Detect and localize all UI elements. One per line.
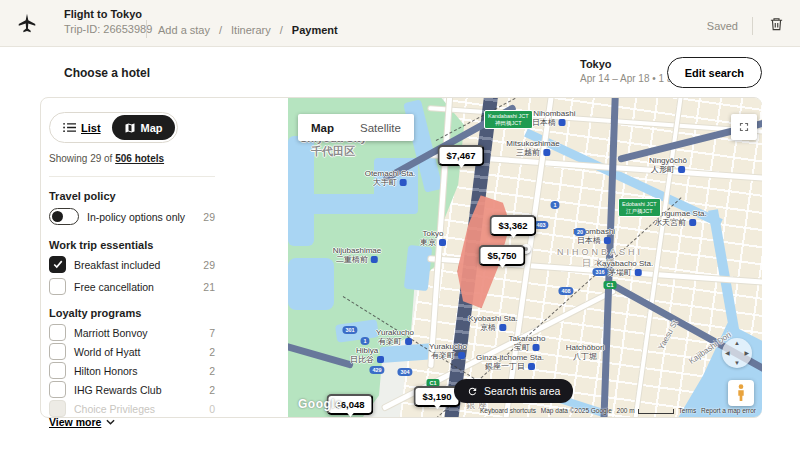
hyatt-label: World of Hyatt [74, 346, 140, 358]
essentials-heading: Work trip essentials [49, 239, 153, 251]
marriott-checkbox[interactable] [49, 324, 66, 341]
hotel-map[interactable]: Chiyoda City 千代田区 Otemachi Sta. 大手町 Toky… [288, 98, 762, 417]
map-view-button[interactable]: Map [112, 115, 175, 140]
ihg-label: IHG Rewards Club [74, 384, 162, 396]
hilton-count: 2 [209, 365, 215, 377]
pegman-icon [735, 384, 747, 402]
edobashi-jct-sign: Edobashi JCT 江戸橋JCT [618, 198, 661, 217]
search-this-area-label: Search this area [484, 385, 560, 397]
trip-id: Trip-ID: 26653989 [64, 23, 152, 35]
map-type-control: Map Satellite [298, 114, 414, 141]
breadcrumb-itinerary[interactable]: Itinerary [231, 24, 271, 36]
trip-title: Flight to Tokyo [64, 8, 152, 20]
filters-sidebar: List Map Showing 29 of 506 hotels Travel… [41, 98, 288, 417]
map-label-hatchobori: Hatchōbori 八丁堀 [566, 343, 605, 361]
hyatt-count: 2 [209, 346, 215, 358]
free-cancellation-count: 21 [203, 281, 215, 293]
filter-breakfast-included[interactable]: Breakfast included 29 [49, 256, 215, 273]
map-label-yurakucho-1: Yurakucho 有楽町 [376, 328, 414, 346]
hotel-price-pin[interactable]: $5,750 [478, 245, 525, 266]
hotels-count-link[interactable]: 506 hotels [115, 153, 164, 164]
report-map-error-link[interactable]: Report a map error [701, 407, 756, 414]
loyalty-heading: Loyalty programs [49, 307, 141, 319]
results-summary: Showing 29 of 506 hotels [49, 153, 164, 164]
free-cancellation-checkbox[interactable] [49, 278, 66, 295]
airplane-icon [16, 12, 38, 34]
in-policy-toggle-row[interactable]: In-policy options only 29 [49, 208, 215, 225]
breadcrumb-add-a-stay[interactable]: Add a stay [158, 24, 210, 36]
pan-up-icon: ▲ [734, 340, 740, 346]
map-label-otemachi: Otemachi Sta. 大手町 [365, 169, 416, 187]
ihg-count: 2 [209, 384, 215, 396]
hotel-price-pin[interactable]: $3,362 [489, 215, 536, 236]
chevron-down-icon [106, 419, 115, 425]
toggle-knob [52, 211, 63, 222]
breakfast-checkbox[interactable] [49, 256, 66, 273]
sidebar-divider [49, 176, 215, 177]
view-more-button[interactable]: View more [49, 416, 115, 428]
map-label-mitsukoshimae: Mitsukoshimae 三越前 [506, 139, 559, 157]
pan-left-icon: ◀ [725, 349, 730, 356]
hilton-checkbox[interactable] [49, 362, 66, 379]
trash-icon [769, 16, 784, 32]
map-view-label: Map [141, 122, 163, 134]
filter-choice-privileges: Choice Privileges 0 [49, 400, 215, 417]
keyboard-shortcuts-link[interactable]: Keyboard shortcuts [480, 407, 536, 414]
fullscreen-button[interactable] [731, 114, 757, 140]
kandabashi-jct-sign: Kandabashi JCT 神田橋JCT [484, 110, 533, 129]
fullscreen-icon [737, 120, 751, 134]
ihg-checkbox[interactable] [49, 381, 66, 398]
search-this-area-button[interactable]: Search this area [454, 379, 573, 403]
filter-hilton-honors[interactable]: Hilton Honors 2 [49, 362, 215, 379]
pegman-streetview[interactable] [728, 380, 754, 406]
in-policy-count: 29 [203, 211, 215, 223]
map-type-satellite[interactable]: Satellite [347, 122, 414, 134]
list-view-button[interactable]: List [52, 122, 112, 134]
view-toggle: List Map [49, 112, 178, 143]
breakfast-count: 29 [203, 259, 215, 271]
terms-link[interactable]: Terms [679, 407, 697, 414]
moat-water [292, 194, 384, 214]
route-shield: 316 [592, 268, 607, 276]
trip-block: Flight to Tokyo Trip-ID: 26653989 [64, 8, 152, 35]
list-view-label: List [81, 122, 101, 134]
top-bar: Flight to Tokyo Trip-ID: 26653989 Add a … [0, 0, 800, 47]
route-shield-c1: C1 [603, 281, 616, 289]
results-card: List Map Showing 29 of 506 hotels Travel… [40, 97, 762, 418]
route-shield: 301 [342, 326, 357, 334]
map-label-yurakucho-2: Yurakucho 有楽町 [429, 342, 467, 360]
list-icon [63, 122, 76, 133]
map-label-ginza-itchome: Ginza-itchome Sta. 銀座一丁目 [476, 353, 544, 371]
route-shield: 1 [360, 337, 369, 345]
map-label-tokyo: Tokyo 東京 [420, 229, 446, 247]
route-shield: 408 [558, 287, 573, 295]
breadcrumb-payment[interactable]: Payment [292, 24, 338, 36]
header-divider [752, 17, 753, 35]
choice-checkbox [49, 400, 66, 417]
filter-ihg-rewards-club[interactable]: IHG Rewards Club 2 [49, 381, 215, 398]
edit-search-button[interactable]: Edit search [667, 57, 762, 88]
top-right-actions: Saved [707, 14, 786, 37]
filter-world-of-hyatt[interactable]: World of Hyatt 2 [49, 343, 215, 360]
breadcrumb-separator: / [219, 24, 222, 36]
hilton-label: Hilton Honors [74, 365, 138, 377]
pan-control[interactable]: ▲ ▼ ◀ ▶ [722, 338, 752, 368]
moat-water [288, 258, 334, 310]
google-logo[interactable]: Google [298, 397, 342, 411]
saved-status: Saved [707, 20, 738, 32]
map-type-map[interactable]: Map [298, 122, 347, 134]
marriott-label: Marriott Bonvoy [74, 327, 148, 339]
view-more-label: View more [49, 416, 101, 428]
map-icon [124, 122, 136, 134]
filter-marriott-bonvoy[interactable]: Marriott Bonvoy 7 [49, 324, 215, 341]
pan-down-icon: ▼ [734, 360, 740, 366]
delete-trip-button[interactable] [767, 14, 786, 37]
app-window: Flight to Tokyo Trip-ID: 26653989 Add a … [0, 0, 800, 449]
map-label-takaracho: Takaracho 宝町 [509, 334, 546, 352]
map-data-label: Map data ©2025 Google [541, 407, 612, 414]
in-policy-toggle[interactable] [49, 208, 79, 225]
hyatt-checkbox[interactable] [49, 343, 66, 360]
hotel-price-pin[interactable]: $7,467 [437, 145, 484, 166]
filter-free-cancellation[interactable]: Free cancellation 21 [49, 278, 215, 295]
page-title: Choose a hotel [64, 66, 150, 80]
